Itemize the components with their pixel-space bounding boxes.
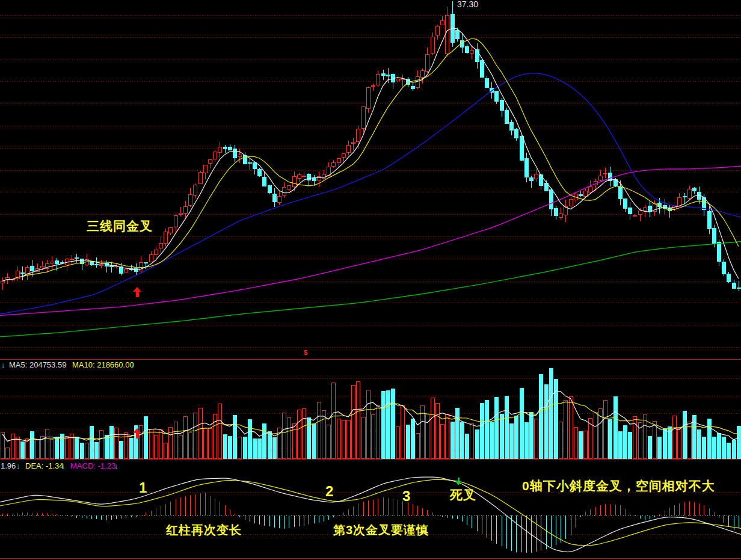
macd-annotation-right: 0轴下小斜度金叉，空间相对不大 <box>522 479 715 492</box>
death-cross-arrow-icon <box>455 478 461 485</box>
volume-ma10-label: MA10: 218660.00 <box>72 361 134 369</box>
peak-price-label: 37.30 <box>457 0 478 8</box>
macd-annotation-mid: 第3次金叉要谨慎 <box>333 524 429 536</box>
macd-annotation-left: 红柱再次变长 <box>166 524 242 536</box>
cross-label-3: 3 <box>402 489 410 503</box>
macd-dif-arrow-icon: ↓ <box>16 462 20 470</box>
macd-value-label: MACD: -1.23 <box>70 462 115 470</box>
macd-dea-label: DEA: -1.34 <box>25 462 64 470</box>
chart-canvas[interactable] <box>0 0 741 560</box>
volume-down-arrow-icon: ↓ <box>1 361 5 369</box>
macd-arrow-icon: ↓ <box>114 462 118 470</box>
golden-cross-annotation: 三线同金叉 <box>87 220 153 232</box>
volume-ma5-label: MA5: 204753.59 <box>9 361 66 369</box>
volume-signal-arrow-icon <box>133 428 141 438</box>
macd-dif-value: 1.96 <box>1 462 16 470</box>
candlestick-layer <box>1 1 741 291</box>
event-marker: $ <box>304 349 307 356</box>
volume-up-arrow-icon: ↑ <box>64 361 68 369</box>
price-ma-layer <box>2 28 739 281</box>
volume-down-arrow2-icon: ↓ <box>131 361 135 369</box>
macd-dea-arrow-icon: ↓ <box>61 462 66 470</box>
death-cross-label: 死叉 <box>450 488 476 501</box>
buy-signal-arrow-icon <box>133 287 141 297</box>
stock-chart-window: 37.30 三线同金叉 $ ↓ MA5: 204753.59 ↑ MA10: 2… <box>0 0 741 560</box>
cross-label-2: 2 <box>325 484 333 499</box>
cross-label-1: 1 <box>139 481 147 495</box>
